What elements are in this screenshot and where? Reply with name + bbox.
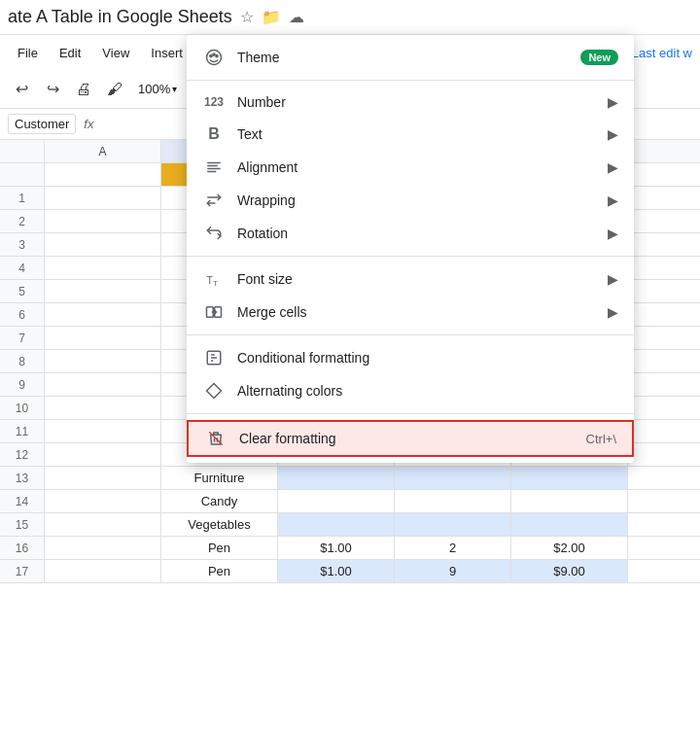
title-icons: ☆ 📁 ☁	[240, 8, 304, 26]
row-num-header	[0, 163, 45, 186]
wrapping-label: Wrapping	[237, 192, 608, 208]
diamond-icon	[202, 382, 226, 400]
alternating-label: Alternating colors	[237, 383, 618, 399]
rotation-label: Rotation	[237, 226, 608, 241]
clear-formatting-label: Clear formatting	[239, 431, 586, 446]
table-row: 13Furniture	[0, 467, 700, 490]
divider-1	[187, 80, 634, 81]
svg-point-3	[216, 54, 218, 56]
svg-text:T: T	[213, 279, 218, 288]
palette-icon	[202, 49, 226, 66]
rotation-icon	[202, 225, 226, 242]
conditional-label: Conditional formatting	[237, 350, 618, 366]
menu-item-rotation[interactable]: Rotation ▶	[187, 217, 634, 250]
zoom-value: 100%	[138, 82, 170, 96]
zoom-arrow-icon: ▾	[172, 84, 177, 94]
col-header-a[interactable]: A	[45, 140, 161, 162]
menu-item-clear-formatting[interactable]: Clear formatting Ctrl+\	[187, 420, 634, 457]
clear-icon	[204, 430, 228, 447]
cell-reference[interactable]: Customer	[8, 114, 76, 134]
print-icon[interactable]: 🖨	[70, 76, 97, 103]
theme-label: Theme	[237, 50, 580, 65]
menu-view[interactable]: View	[92, 42, 139, 64]
wrap-icon	[202, 192, 226, 209]
theme-new-badge: New	[580, 50, 618, 65]
menu-item-wrapping[interactable]: Wrapping ▶	[187, 184, 634, 217]
menu-file[interactable]: File	[8, 42, 48, 64]
format-dropdown: Theme New 123 Number ▶ B Text ▶ Alignmen…	[187, 35, 634, 463]
merge-icon	[202, 303, 226, 321]
row-number-header	[0, 140, 45, 162]
zoom-control[interactable]: 100% ▾	[132, 80, 183, 98]
table-row: 14Candy	[0, 490, 700, 513]
last-edit-label: Last edit w	[632, 46, 692, 60]
divider-4	[187, 413, 634, 414]
wrapping-arrow-icon: ▶	[608, 192, 618, 208]
svg-point-1	[210, 54, 212, 56]
menu-item-font-size[interactable]: T T Font size ▶	[187, 262, 634, 296]
merge-cells-label: Merge cells	[237, 304, 608, 320]
menu-item-text[interactable]: B Text ▶	[187, 118, 634, 151]
title-bar: ate A Table in Google Sheets ☆ 📁 ☁	[0, 0, 700, 35]
text-arrow-icon: ▶	[608, 126, 618, 142]
menu-item-merge-cells[interactable]: Merge cells ▶	[187, 296, 634, 329]
menu-item-alternating[interactable]: Alternating colors	[187, 374, 634, 407]
fx-label: fx	[84, 117, 93, 131]
svg-point-2	[213, 53, 215, 55]
menu-insert[interactable]: Insert	[141, 42, 192, 64]
paint-icon[interactable]: 🖌	[101, 76, 128, 103]
conditional-icon	[202, 349, 226, 367]
menu-edit[interactable]: Edit	[50, 42, 90, 64]
number-label: Number	[237, 94, 608, 110]
font-size-arrow-icon: ▶	[608, 271, 618, 287]
text-label: Text	[237, 126, 608, 142]
number-icon: 123	[202, 95, 226, 109]
font-size-icon: T T	[202, 270, 226, 288]
number-arrow-icon: ▶	[608, 94, 618, 110]
font-size-label: Font size	[237, 271, 608, 287]
table-row: 17Pen$1.009$9.00	[0, 560, 700, 583]
bold-b-icon: B	[202, 125, 226, 143]
star-icon[interactable]: ☆	[240, 8, 254, 26]
table-row: 16Pen$1.002$2.00	[0, 537, 700, 560]
menu-item-number[interactable]: 123 Number ▶	[187, 87, 634, 118]
alignment-label: Alignment	[237, 159, 608, 175]
undo-icon[interactable]: ↩	[8, 76, 35, 103]
menu-item-alignment[interactable]: Alignment ▶	[187, 151, 634, 184]
clear-formatting-shortcut: Ctrl+\	[586, 432, 616, 446]
cloud-icon[interactable]: ☁	[289, 8, 304, 26]
page-title: ate A Table in Google Sheets	[8, 7, 232, 27]
svg-text:T: T	[207, 274, 214, 286]
menu-item-theme[interactable]: Theme New	[187, 41, 634, 74]
divider-3	[187, 334, 634, 335]
align-icon	[202, 158, 226, 176]
divider-2	[187, 256, 634, 257]
menu-item-conditional[interactable]: Conditional formatting	[187, 341, 634, 374]
cell-a-header[interactable]	[45, 163, 161, 186]
redo-icon[interactable]: ↪	[39, 76, 66, 103]
table-row: 15Vegetables	[0, 513, 700, 537]
folder-icon[interactable]: 📁	[262, 8, 281, 26]
alignment-arrow-icon: ▶	[608, 159, 618, 175]
rotation-arrow-icon: ▶	[608, 226, 618, 241]
merge-cells-arrow-icon: ▶	[608, 304, 618, 320]
svg-marker-14	[207, 384, 222, 399]
